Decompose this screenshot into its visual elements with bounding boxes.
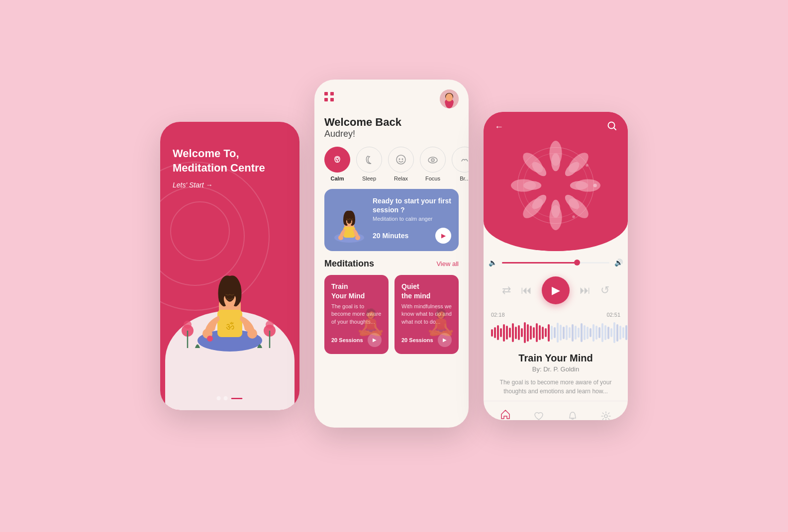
- waveform-bar: [533, 327, 535, 338]
- track-description: The goal is to become more aware of your…: [493, 378, 618, 396]
- waveform-bar: [578, 328, 580, 338]
- waveform-section: 02:18 02:51: [484, 312, 628, 345]
- med-card-2-sessions: 20 Sessions: [401, 337, 433, 343]
- session-duration: 20 Minutes: [373, 232, 408, 240]
- waveform-bar: [613, 322, 615, 343]
- med-card-1-sessions: 20 Sessions: [331, 337, 363, 343]
- dot-1: [217, 396, 221, 400]
- category-breathe[interactable]: Br...: [452, 147, 469, 181]
- waveform-bar: [601, 323, 603, 342]
- time-start: 02:18: [491, 312, 505, 318]
- volume-thumb: [574, 260, 580, 266]
- nav-favorites[interactable]: [533, 411, 544, 420]
- waveform-times: 02:18 02:51: [491, 312, 620, 318]
- waveform-bar: [572, 324, 574, 342]
- user-name: Audrey!: [324, 129, 459, 139]
- forward-button[interactable]: ⏭: [580, 284, 591, 297]
- waveform-bars[interactable]: [491, 320, 620, 345]
- meditations-header: Meditations View all: [314, 259, 469, 269]
- player-top-inner: ←: [484, 112, 628, 251]
- player-nav: ←: [484, 112, 628, 133]
- waveform-bar: [598, 327, 600, 338]
- relax-circle: [388, 147, 414, 173]
- player-top: ←: [484, 112, 628, 251]
- waveform-bar: [536, 323, 538, 342]
- svg-point-14: [207, 336, 213, 342]
- waveform-bar: [509, 328, 511, 338]
- start-cta[interactable]: Lets' Start →: [173, 181, 287, 189]
- svg-point-47: [570, 181, 588, 190]
- waveform-bar: [497, 325, 499, 340]
- waveform-bar: [584, 325, 586, 340]
- nav-home[interactable]: [500, 409, 511, 420]
- waveform-bar: [554, 327, 556, 338]
- waveform-bar: [500, 328, 502, 337]
- rewind-button[interactable]: ⏮: [521, 284, 532, 297]
- track-author: By: Dr. P. Goldin: [493, 365, 618, 373]
- svg-point-13: [247, 329, 257, 339]
- phones-container: Welcome To, Meditation Centre Lets' Star…: [140, 85, 648, 447]
- waveform-bar: [524, 322, 526, 343]
- waveform-bar: [610, 328, 612, 337]
- session-text: Ready to start your first session ? Medi…: [373, 196, 451, 244]
- phone1-content: Welcome To, Meditation Centre Lets' Star…: [160, 122, 299, 189]
- repeat-button[interactable]: ↺: [600, 284, 609, 297]
- volume-fill: [502, 262, 577, 264]
- waveform-bar: [539, 325, 541, 340]
- session-play-button[interactable]: ▶: [435, 228, 451, 244]
- med-card-1[interactable]: TrainYour Mind The goal is to become mor…: [324, 275, 389, 354]
- volume-control: 🔈 🔊: [484, 259, 628, 266]
- waveform-bar: [581, 323, 583, 342]
- waveform-bar: [503, 324, 505, 342]
- category-focus[interactable]: Focus: [420, 147, 446, 181]
- menu-icon[interactable]: [324, 92, 334, 102]
- waveform-bar: [491, 329, 493, 337]
- sleep-label: Sleep: [362, 176, 376, 181]
- relax-label: Relax: [394, 176, 408, 181]
- volume-high-icon: 🔊: [614, 259, 623, 266]
- nav-notifications[interactable]: [567, 411, 578, 420]
- track-title: Train Your Mind: [493, 353, 618, 364]
- svg-point-26: [432, 160, 433, 161]
- med-card-1-title: TrainYour Mind: [331, 282, 382, 300]
- phone2-header: [314, 80, 469, 108]
- waveform-bar: [625, 325, 627, 340]
- waveform-bar: [551, 326, 553, 340]
- waveform-bar: [512, 323, 514, 342]
- category-sleep[interactable]: Sleep: [356, 147, 382, 181]
- nav-settings[interactable]: [600, 411, 611, 420]
- svg-point-56: [572, 215, 575, 218]
- svg-point-1: [184, 321, 192, 329]
- waveform-bar: [530, 326, 532, 340]
- category-calm[interactable]: Calm: [324, 147, 350, 181]
- volume-track[interactable]: [502, 262, 609, 264]
- phone-home: Welcome Back Audrey! Calm: [314, 80, 469, 428]
- svg-line-34: [614, 128, 616, 130]
- waveform-bar: [506, 326, 508, 340]
- back-button[interactable]: ←: [494, 122, 503, 132]
- time-end: 02:51: [606, 312, 620, 318]
- volume-low-icon: 🔈: [489, 259, 497, 266]
- play-pause-button[interactable]: ▶: [542, 276, 570, 304]
- calm-circle: [324, 147, 350, 173]
- meditations-title: Meditations: [324, 259, 374, 269]
- focus-label: Focus: [425, 176, 440, 181]
- med-card-2[interactable]: Quietthe mind With mindfulness we know w…: [394, 275, 459, 354]
- view-all-link[interactable]: View all: [436, 260, 459, 267]
- shuffle-button[interactable]: ⇄: [502, 284, 511, 297]
- session-ready-text: Ready to start your first session ?: [373, 196, 451, 214]
- search-button[interactable]: [607, 121, 617, 133]
- pagination-dots: [217, 396, 243, 400]
- session-card[interactable]: Ready to start your first session ? Medi…: [324, 189, 459, 251]
- waveform-bar: [515, 327, 517, 339]
- svg-point-55: [586, 164, 588, 167]
- user-avatar[interactable]: [440, 89, 459, 108]
- waveform-bar: [566, 325, 568, 340]
- category-relax[interactable]: Relax: [388, 147, 414, 181]
- dot-active: [231, 397, 243, 400]
- phone1-title: Welcome To, Meditation Centre: [173, 147, 287, 175]
- waveform-bar: [619, 326, 621, 340]
- heart-icon: [533, 411, 544, 420]
- waveform-bar: [527, 324, 529, 342]
- waveform-bar: [587, 327, 589, 339]
